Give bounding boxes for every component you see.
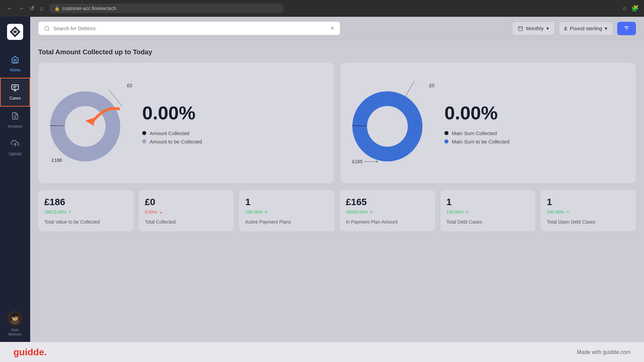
chart2-legend: Main Sum Collected Main Sum to be Collec… [444,130,626,144]
to-collect-dot [142,139,146,143]
chart1-label-top: £0 [127,83,132,88]
stat-card-4: 1 100.00% ↗ Total Debt Cases [440,190,536,231]
collected-label: Amount Collected [150,130,189,136]
main-to-collect-dot [444,139,448,143]
stat-change-icon-0: ↗ [68,209,71,215]
cases-icon [11,84,19,94]
sidebar-item-invoices[interactable]: Invoices [0,107,30,134]
stat-change-5: 100.00% ↗ [547,209,630,215]
chart2-info: 0.00% Main Sum Collected Main Sum to be … [431,102,626,144]
chart-area-2: £0 [351,79,431,167]
sidebar-logo [0,17,30,47]
chart2-percentage: 0.00% [444,102,626,124]
svg-rect-14 [12,313,18,316]
stat-change-icon-1: ↘ [159,209,162,215]
stat-change-1: 0.00% ↘ [145,209,228,215]
main-collected-dot [444,131,448,135]
stat-value-4: 1 [446,197,530,207]
chart2-line-bottom [364,158,377,165]
stat-change-3: 16500.00% ↗ [346,209,429,215]
page-title: Total Amount Collected up to Today [38,48,636,56]
sidebar-item-invoices-label: Invoices [8,124,22,129]
svg-rect-20 [519,26,523,31]
svg-point-36 [367,106,408,147]
currency-symbol: £ [565,25,567,31]
svg-point-19 [45,26,49,30]
app-wrapper: Home Cases [0,17,644,342]
home-button[interactable]: ⌂ [39,4,45,13]
sidebar-item-home-label: Home [10,68,20,72]
logo-shape [7,24,23,40]
chart2-label-top: £0 [429,83,434,88]
stat-change-text-4: 100.00% [446,209,464,215]
legend-item-main-to-collect: Main Sum to be Collected [444,139,626,144]
upload-icon [11,139,19,149]
stat-change-text-5: 100.00% [547,209,564,215]
filter-icon [623,25,630,32]
currency-button[interactable]: £ Pound sterling ▾ [559,22,613,35]
search-bar[interactable]: ✕ [38,21,340,35]
legend-item-to-collect: Amount to be Collected [142,139,324,144]
stat-change-text-1: 0.00% [145,209,157,215]
page-content: Total Amount Collected up to Today £0 [30,40,644,342]
stat-label-0: Total Value to be Collected [44,219,127,225]
stat-label-4: Total Debt Cases [446,219,530,225]
calendar-icon [518,26,523,31]
monthly-button[interactable]: Monthly ▾ [512,22,555,35]
back-button[interactable]: ← [5,4,14,13]
star-icon[interactable]: ☆ [622,5,627,12]
search-clear-button[interactable]: ✕ [330,25,334,32]
monthly-label: Monthly [526,25,544,31]
stat-change-2: 100.00% ↗ [245,209,328,215]
svg-point-16 [14,317,15,318]
stat-change-text-3: 16500.00% [346,209,368,215]
sidebar-bottom: NuttyMcAcorn [8,306,22,342]
stat-label-5: Total Open Debt Cases [547,219,630,225]
chart1-label-bottom: £186 [52,157,62,163]
sidebar-item-home[interactable]: Home [0,50,30,78]
browser-icons: ☆ 🧩 [622,5,639,12]
monthly-chevron-icon: ▾ [546,25,549,32]
stat-label-2: Active Payment Plans [245,219,328,225]
svg-point-17 [16,317,17,318]
chart-card-2: £0 [340,63,636,183]
main-to-collect-label: Main Sum to be Collected [452,139,509,144]
stat-value-3: £165 [346,197,429,207]
donut-chart-1 [48,89,122,163]
stat-card-3: £165 16500.00% ↗ In Payment Plan Amount [340,190,435,231]
stat-change-text-2: 100.00% [245,209,262,215]
lock-icon: 🔒 [54,6,60,11]
main-content: ✕ Monthly ▾ £ Pound sterling ▾ [30,17,644,342]
footer: guidde. Made with guidde.com [0,342,644,362]
sidebar-item-upload[interactable]: Upload [0,134,30,162]
search-input[interactable] [53,25,327,31]
avatar[interactable] [8,311,22,326]
guidde-logo: guidde. [13,347,47,358]
stats-row: £186 18613.00% ↗ Total Value to be Colle… [38,190,636,231]
home-icon [11,56,19,66]
invoices-icon [11,112,19,122]
forward-button[interactable]: → [17,4,25,13]
extensions-icon[interactable]: 🧩 [631,5,639,12]
sidebar-nav: Home Cases [0,47,30,306]
donut-container-1: £0 [48,79,129,167]
stat-label-3: In Payment Plan Amount [346,219,429,225]
stat-value-1: £0 [145,197,228,207]
search-icon [44,25,50,32]
filter-button[interactable] [617,22,636,35]
browser-nav: ← → ↺ ⌂ [5,3,45,13]
sidebar-item-cases[interactable]: Cases [0,78,30,107]
header-controls: Monthly ▾ £ Pound sterling ▾ [512,22,636,35]
address-bar[interactable]: 🔒 customer-acc.finview.tech [49,4,284,13]
stat-value-0: £186 [44,197,127,207]
stat-label-1: Total Collected [145,219,228,225]
stat-value-5: 1 [547,197,630,207]
stat-change-text-0: 18613.00% [44,209,66,215]
main-collected-label: Main Sum Collected [452,130,497,136]
charts-row: £0 [38,63,636,183]
stat-card-0: £186 18613.00% ↗ Total Value to be Colle… [38,190,133,231]
sidebar-item-cases-label: Cases [9,96,21,101]
to-collect-label: Amount to be Collected [150,139,202,144]
sidebar: Home Cases [0,17,30,342]
refresh-button[interactable]: ↺ [28,3,36,13]
